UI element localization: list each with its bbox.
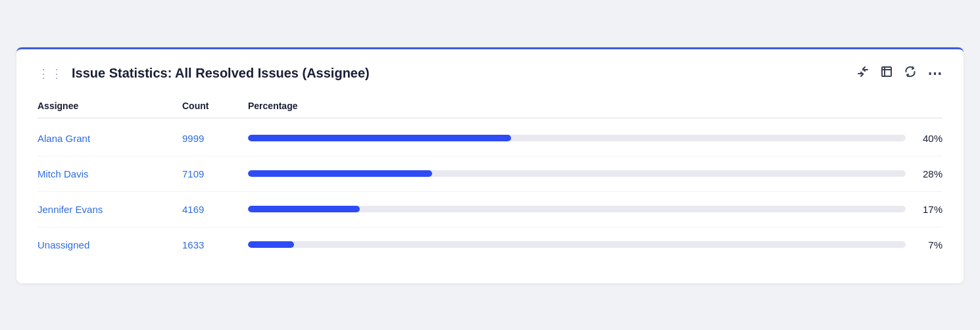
issue-statistics-widget: ⋮⋮ Issue Statistics: All Resolved Issues… [16,47,964,283]
svg-rect-0 [882,67,891,76]
assignee-name[interactable]: Unassigned [37,239,182,250]
expand-icon[interactable] [880,65,893,82]
table-row: Jennifer Evans 4169 17% [37,192,943,227]
bar-track [248,135,906,141]
count-value: 4169 [182,204,248,215]
drag-handle-icon[interactable]: ⋮⋮ [37,66,64,81]
table-rows-container: Alana Grant 9999 40% Mitch Davis 7109 28… [37,121,943,262]
widget-header-left: ⋮⋮ Issue Statistics: All Resolved Issues… [37,66,370,81]
percentage-label: 28% [916,168,943,179]
assignee-name[interactable]: Jennifer Evans [37,204,182,215]
bar-fill [248,170,432,177]
table-container: Assignee Count Percentage Alana Grant 99… [37,101,943,262]
widget-title: Issue Statistics: All Resolved Issues (A… [72,66,370,81]
widget-header-actions: ⋯ [856,65,943,82]
table-row: Mitch Davis 7109 28% [37,156,943,192]
bar-cell: 17% [248,204,943,215]
more-options-icon[interactable]: ⋯ [927,65,943,82]
widget-header: ⋮⋮ Issue Statistics: All Resolved Issues… [37,65,943,82]
bar-fill [248,206,360,212]
count-value: 1633 [182,239,248,250]
assignee-name[interactable]: Alana Grant [37,133,182,144]
assignee-name[interactable]: Mitch Davis [37,168,182,179]
bar-cell: 40% [248,133,943,144]
bar-track [248,206,906,212]
bar-track [248,241,906,248]
count-value: 9999 [182,133,248,144]
table-header: Assignee Count Percentage [37,101,943,118]
col-header-count: Count [182,101,248,111]
count-value: 7109 [182,168,248,179]
bar-cell: 28% [248,168,943,179]
refresh-icon[interactable] [904,65,917,82]
col-header-assignee: Assignee [37,101,182,111]
percentage-label: 40% [916,133,943,144]
bar-cell: 7% [248,239,943,250]
percentage-label: 17% [916,204,943,215]
shrink-icon[interactable] [856,65,870,82]
bar-track [248,170,906,177]
col-header-percentage: Percentage [248,101,943,111]
table-row: Unassigned 1633 7% [37,227,943,262]
bar-fill [248,135,511,141]
table-row: Alana Grant 9999 40% [37,121,943,156]
bar-fill [248,241,294,248]
percentage-label: 7% [916,239,943,250]
